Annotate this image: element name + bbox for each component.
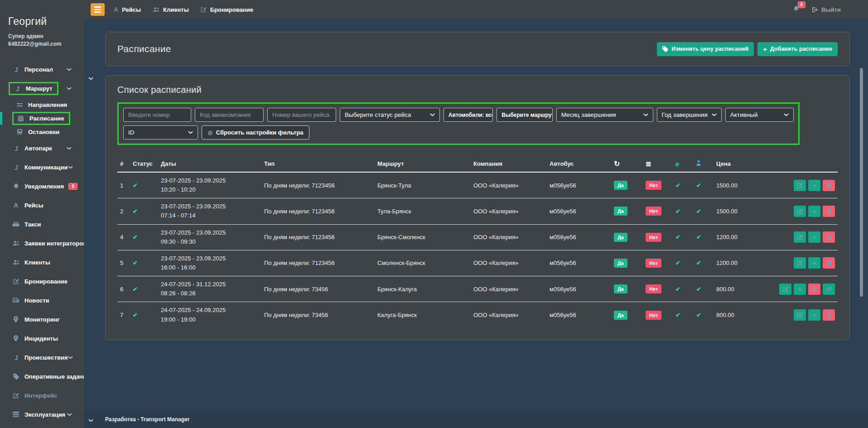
notifications-button[interactable]: 0 xyxy=(793,5,800,14)
edit-schedule-button[interactable] xyxy=(794,206,806,217)
sidebar-item-4[interactable]: Остановки xyxy=(0,125,84,139)
delete-schedule-button[interactable] xyxy=(823,257,835,269)
sidebar-item-17[interactable]: Оперативные задачи xyxy=(0,367,84,386)
row-yes-flag: Да xyxy=(611,302,643,328)
flight-status-select[interactable]: Выберите статус рейса xyxy=(340,108,440,122)
sidebar-item-15[interactable]: Инциденты xyxy=(0,329,84,348)
row-yes-flag: Да xyxy=(611,224,643,250)
column-header: Автобус xyxy=(547,156,611,172)
history-button[interactable]: ↺ xyxy=(823,284,835,295)
sidebar-item-16[interactable]: Происшествия xyxy=(0,348,84,367)
sidebar-item-main: Направления xyxy=(15,101,67,108)
edit-schedule-button[interactable] xyxy=(794,309,806,321)
nav-link-label: Клиенты xyxy=(163,6,189,13)
delete-schedule-button[interactable] xyxy=(823,180,835,191)
delete-schedule-button[interactable] xyxy=(823,309,835,321)
sidebar-item-9[interactable]: Такси xyxy=(0,215,84,234)
gutter-chevron-icon[interactable] xyxy=(88,74,93,82)
status-check-icon: ✔ xyxy=(133,208,138,215)
duplicate-schedule-button[interactable]: + xyxy=(808,231,820,243)
check-icon: ✔ xyxy=(675,260,680,266)
sidebar-item-6[interactable]: Коммуникации xyxy=(0,158,84,177)
duplicate-schedule-button[interactable]: + xyxy=(808,206,820,217)
row-company: ООО «Калерия» xyxy=(471,250,547,276)
delete-schedule-button[interactable] xyxy=(823,206,835,217)
column-header-eticket-icon: e xyxy=(673,156,694,172)
reset-filters-button[interactable]: ⊘ Сбросить настройки фильтра xyxy=(202,125,309,139)
check-icon: ✔ xyxy=(696,208,701,215)
column-header-label: Даты xyxy=(161,160,176,167)
row-yes-flag: Да xyxy=(611,276,643,302)
yes-badge: Да xyxy=(614,181,627,190)
scrollbar[interactable] xyxy=(860,68,863,297)
chevron-down-icon xyxy=(65,413,73,416)
app-root: Георгий Супер админ 6482222@gmail.com Пе… xyxy=(0,0,868,428)
pencil-square-icon xyxy=(797,183,803,188)
sidebar-item-main: Инциденты xyxy=(11,335,58,342)
sort-select[interactable]: ID xyxy=(123,125,198,139)
route-select[interactable]: Выберите маршрут▾ xyxy=(497,108,552,122)
check-icon: ✔ xyxy=(675,234,680,240)
delete-schedule-button[interactable] xyxy=(823,231,835,243)
sidebar-item-11[interactable]: Клиенты xyxy=(0,253,84,272)
newspaper-icon xyxy=(11,298,20,303)
sidebar-item-8[interactable]: AРейсы xyxy=(0,196,84,215)
check-icon: ✔ xyxy=(675,312,680,318)
sidebar-item-18[interactable]: Интерфейс xyxy=(0,386,84,405)
sidebar-item-12[interactable]: Бронирование xyxy=(0,272,84,291)
logout-button[interactable]: Выйти xyxy=(812,6,841,13)
airline-code-input[interactable] xyxy=(195,108,264,122)
add-schedule-button[interactable]: +Добавить расписание xyxy=(757,42,838,56)
delete-schedule-button[interactable] xyxy=(808,284,820,295)
sidebar-item-3[interactable]: Расписание xyxy=(0,111,84,125)
sidebar-item-14[interactable]: Мониторинг xyxy=(0,310,84,329)
flight-number-input[interactable] xyxy=(123,108,191,122)
row-eticket-check: ✔ xyxy=(673,198,694,224)
sidebar-item-main: Происшествия xyxy=(11,354,68,361)
column-header-label: Компания xyxy=(473,160,502,167)
sidebar-item-13[interactable]: Новости xyxy=(0,291,84,310)
row-number: 4 xyxy=(117,224,130,250)
column-header: Тип xyxy=(261,156,375,172)
hamburger-icon xyxy=(94,6,101,7)
train-icon xyxy=(15,129,24,135)
duplicate-schedule-button[interactable]: + xyxy=(808,309,820,321)
row-company: ООО «Калерия» xyxy=(471,224,547,250)
sidebar-item-10[interactable]: Заявки интеграторов xyxy=(0,234,84,253)
row-dates: 24-07-2025 - 31.12.202508:26 - 08:26 xyxy=(158,276,261,302)
sidebar-item-2[interactable]: Направления xyxy=(0,98,84,111)
select-value: Активный xyxy=(730,111,758,118)
row-passenger-check: ✔ xyxy=(694,276,714,302)
sidebar-item-main: Новости xyxy=(11,297,49,304)
edit-schedule-button[interactable] xyxy=(794,257,806,269)
duplicate-schedule-button[interactable]: + xyxy=(808,257,820,269)
sidebar-item-0[interactable]: Персонал xyxy=(0,60,84,79)
sidebar-item-7[interactable]: Уведомления0 xyxy=(0,177,84,196)
duplicate-schedule-button[interactable]: + xyxy=(808,180,820,191)
edit-schedule-button[interactable] xyxy=(779,284,791,295)
nav-link-clients[interactable]: Клиенты xyxy=(153,6,189,13)
end-year-select[interactable]: Год завершения xyxy=(657,108,722,122)
row-eticket-check: ✔ xyxy=(673,302,694,328)
column-header: Статус xyxy=(130,156,158,172)
logout-label: Выйти xyxy=(821,6,841,13)
change-schedule-price-button[interactable]: Изменить цену расписаний xyxy=(657,42,754,56)
user-panel: Георгий Супер админ 6482222@gmail.com xyxy=(0,0,84,50)
map-marker-icon xyxy=(11,335,20,341)
sidebar-item-5[interactable]: Автопарк xyxy=(0,139,84,158)
nav-link-booking[interactable]: Бронирование xyxy=(201,6,253,13)
own-flight-number-input[interactable] xyxy=(267,108,336,122)
active-select[interactable]: Активный xyxy=(725,108,794,122)
duplicate-schedule-button[interactable]: + xyxy=(794,284,806,295)
sidebar-item-1[interactable]: Маршрут xyxy=(0,79,84,98)
tags-icon xyxy=(11,374,20,380)
edit-schedule-button[interactable] xyxy=(794,180,806,191)
gutter-chevron-icon[interactable] xyxy=(88,416,93,424)
vehicles-select[interactable]: Автомобили: все▾ xyxy=(444,108,493,122)
sidebar-item-19[interactable]: Эксплуатация xyxy=(0,405,84,424)
nav-link-flights[interactable]: AРейсы xyxy=(114,6,141,13)
hamburger-button[interactable] xyxy=(91,3,105,16)
edit-schedule-button[interactable] xyxy=(794,231,806,243)
row-no-flag: Нет xyxy=(643,224,673,250)
end-month-select[interactable]: Месяц завершения xyxy=(556,108,653,122)
